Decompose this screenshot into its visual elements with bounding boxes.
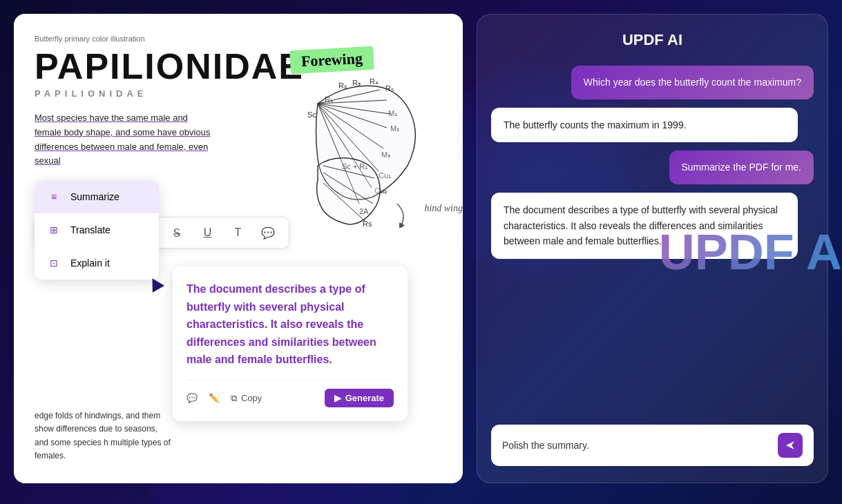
generate-label: Generate bbox=[345, 393, 384, 403]
pdf-panel: Butterfly primary color illustration PAP… bbox=[14, 14, 463, 483]
summarize-icon: ≡ bbox=[46, 188, 62, 205]
summary-text: The document describes a type of butterf… bbox=[186, 280, 394, 369]
chat-user-msg-1: Which year does the butterfly count the … bbox=[571, 66, 814, 99]
translate-icon: ⊞ bbox=[46, 222, 62, 238]
dropdown-menu: ≡ Summarize ⊞ Translate ⊡ Explain it bbox=[35, 180, 159, 280]
generate-button[interactable]: ▶ Generate bbox=[325, 389, 394, 407]
comment-icon: 💬 bbox=[186, 393, 198, 403]
highlight-icon: ✏️ bbox=[209, 393, 220, 403]
wing-svg: R₂ R₃ R₄ R₁ R₅ Sc M₁ M₂ M₃ Cu₁ Cu₂ 2A bbox=[262, 76, 442, 228]
chat-input[interactable] bbox=[502, 440, 772, 451]
copy-label: Copy bbox=[241, 393, 262, 403]
summary-highlight-action[interactable]: ✏️ bbox=[209, 393, 220, 403]
pdf-lower-text: edge folds of hindwings, and them show d… bbox=[35, 409, 173, 463]
send-icon bbox=[785, 440, 796, 451]
explain-label: Explain it bbox=[70, 258, 110, 269]
summary-popup: The document describes a type of butterf… bbox=[173, 266, 408, 421]
dropdown-summarize[interactable]: ≡ Summarize bbox=[35, 180, 159, 213]
dropdown-translate[interactable]: ⊞ Translate bbox=[35, 213, 159, 246]
send-button[interactable] bbox=[778, 433, 803, 458]
pdf-body-text: Most species have the same male and fema… bbox=[35, 111, 214, 168]
forewing-label: Forewing bbox=[289, 46, 374, 74]
underline-tool[interactable]: U bbox=[198, 223, 217, 242]
comment-tool[interactable]: 💬 bbox=[258, 223, 278, 242]
summary-comment-action[interactable]: 💬 bbox=[186, 393, 198, 403]
svg-text:R₄: R₄ bbox=[370, 77, 379, 86]
brand-watermark: UPDF AI bbox=[659, 224, 842, 280]
dropdown-explain[interactable]: ⊡ Explain it bbox=[35, 246, 159, 280]
summary-copy-action[interactable]: ⧉ Copy bbox=[231, 393, 262, 404]
text-tool[interactable]: T bbox=[228, 223, 247, 242]
summarize-label: Summarize bbox=[70, 191, 119, 202]
chat-ai-msg-1: The butterfly counts the maximum in 1999… bbox=[491, 108, 798, 142]
translate-label: Translate bbox=[70, 224, 111, 235]
copy-icon: ⧉ bbox=[231, 393, 237, 404]
summary-toolbar: 💬 ✏️ ⧉ Copy ▶ Generate bbox=[186, 380, 394, 407]
generate-arrow-icon: ▶ bbox=[334, 393, 341, 403]
strikethrough-tool[interactable]: S̶ bbox=[167, 223, 186, 242]
butterfly-illustration: Forewing R₂ R₃ R₄ R₁ R₅ Sc M₁ M₂ M₃ Cu₁ … bbox=[249, 41, 456, 235]
svg-text:R₂: R₂ bbox=[338, 81, 347, 90]
ai-title: UPDF AI bbox=[491, 31, 814, 49]
hindwing-label: hind wing bbox=[424, 203, 463, 214]
chat-user-msg-2: Summarize the PDF for me. bbox=[669, 151, 814, 184]
chat-input-area[interactable] bbox=[491, 425, 814, 466]
explain-icon: ⊡ bbox=[46, 255, 62, 271]
svg-text:Sc: Sc bbox=[307, 110, 316, 119]
